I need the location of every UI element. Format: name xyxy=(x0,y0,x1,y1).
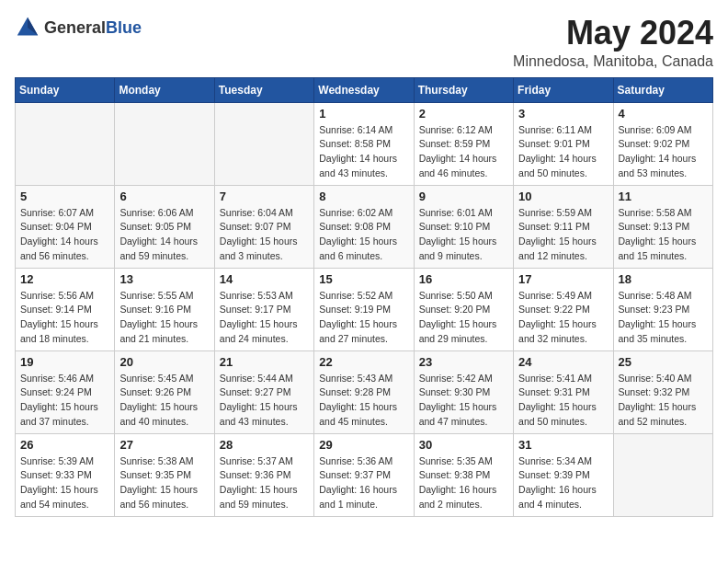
weekday-header: Thursday xyxy=(414,77,513,102)
page-header: General Blue May 2024 Minnedosa, Manitob… xyxy=(15,15,713,70)
weekday-header: Sunday xyxy=(16,77,115,102)
day-number: 2 xyxy=(419,107,508,121)
calendar-cell: 10Sunrise: 5:59 AM Sunset: 9:11 PM Dayli… xyxy=(514,185,613,268)
day-number: 10 xyxy=(518,190,608,203)
calendar-cell: 24Sunrise: 5:41 AM Sunset: 9:31 PM Dayli… xyxy=(514,350,613,433)
day-number: 13 xyxy=(119,272,209,286)
day-info: Sunrise: 6:06 AM Sunset: 9:05 PM Dayligh… xyxy=(119,206,209,264)
calendar-cell xyxy=(115,102,214,185)
day-info: Sunrise: 5:39 AM Sunset: 9:33 PM Dayligh… xyxy=(20,454,109,512)
day-info: Sunrise: 5:56 AM Sunset: 9:14 PM Dayligh… xyxy=(20,289,109,347)
day-info: Sunrise: 5:44 AM Sunset: 9:27 PM Dayligh… xyxy=(220,372,309,430)
calendar-cell: 1Sunrise: 6:14 AM Sunset: 8:58 PM Daylig… xyxy=(314,102,414,185)
calendar-cell xyxy=(214,102,313,185)
logo-text: General Blue xyxy=(44,18,142,38)
day-number: 1 xyxy=(319,107,408,121)
day-number: 29 xyxy=(319,438,408,452)
calendar-cell xyxy=(613,433,712,516)
calendar-cell: 20Sunrise: 5:45 AM Sunset: 9:26 PM Dayli… xyxy=(115,350,214,433)
calendar-cell: 6Sunrise: 6:06 AM Sunset: 9:05 PM Daylig… xyxy=(115,185,214,268)
calendar-week-row: 19Sunrise: 5:46 AM Sunset: 9:24 PM Dayli… xyxy=(16,350,713,433)
day-info: Sunrise: 5:52 AM Sunset: 9:19 PM Dayligh… xyxy=(319,289,408,347)
day-number: 26 xyxy=(20,438,109,452)
day-info: Sunrise: 5:46 AM Sunset: 9:24 PM Dayligh… xyxy=(20,372,109,430)
calendar-week-row: 1Sunrise: 6:14 AM Sunset: 8:58 PM Daylig… xyxy=(16,102,713,185)
day-info: Sunrise: 5:50 AM Sunset: 9:20 PM Dayligh… xyxy=(419,289,508,347)
logo: General Blue xyxy=(15,15,142,40)
day-number: 24 xyxy=(518,355,608,369)
day-number: 5 xyxy=(20,190,109,203)
calendar-cell: 18Sunrise: 5:48 AM Sunset: 9:23 PM Dayli… xyxy=(613,268,712,350)
day-info: Sunrise: 6:01 AM Sunset: 9:10 PM Dayligh… xyxy=(419,206,508,264)
logo-general: General xyxy=(44,18,106,38)
day-number: 27 xyxy=(119,438,209,452)
day-number: 6 xyxy=(119,190,209,203)
day-number: 16 xyxy=(419,272,508,286)
weekday-header: Tuesday xyxy=(214,77,313,102)
calendar-cell: 28Sunrise: 5:37 AM Sunset: 9:36 PM Dayli… xyxy=(214,433,313,516)
calendar-cell: 22Sunrise: 5:43 AM Sunset: 9:28 PM Dayli… xyxy=(314,350,414,433)
day-info: Sunrise: 6:07 AM Sunset: 9:04 PM Dayligh… xyxy=(20,206,109,264)
day-number: 12 xyxy=(20,272,109,286)
calendar-cell: 26Sunrise: 5:39 AM Sunset: 9:33 PM Dayli… xyxy=(16,433,115,516)
day-number: 15 xyxy=(319,272,408,286)
day-info: Sunrise: 5:48 AM Sunset: 9:23 PM Dayligh… xyxy=(619,289,708,347)
day-info: Sunrise: 6:02 AM Sunset: 9:08 PM Dayligh… xyxy=(319,206,408,264)
day-number: 11 xyxy=(619,190,708,203)
day-info: Sunrise: 5:35 AM Sunset: 9:38 PM Dayligh… xyxy=(419,454,508,512)
calendar-cell: 13Sunrise: 5:55 AM Sunset: 9:16 PM Dayli… xyxy=(115,268,214,350)
day-info: Sunrise: 6:12 AM Sunset: 8:59 PM Dayligh… xyxy=(419,123,508,181)
day-number: 17 xyxy=(518,272,608,286)
calendar-cell: 11Sunrise: 5:58 AM Sunset: 9:13 PM Dayli… xyxy=(613,185,712,268)
day-number: 23 xyxy=(419,355,508,369)
day-number: 7 xyxy=(220,190,309,203)
day-info: Sunrise: 5:45 AM Sunset: 9:26 PM Dayligh… xyxy=(119,372,209,430)
day-info: Sunrise: 5:55 AM Sunset: 9:16 PM Dayligh… xyxy=(119,289,209,347)
calendar-cell: 12Sunrise: 5:56 AM Sunset: 9:14 PM Dayli… xyxy=(16,268,115,350)
calendar-cell: 4Sunrise: 6:09 AM Sunset: 9:02 PM Daylig… xyxy=(613,102,712,185)
day-number: 9 xyxy=(419,190,508,203)
calendar-cell: 8Sunrise: 6:02 AM Sunset: 9:08 PM Daylig… xyxy=(314,185,414,268)
day-info: Sunrise: 5:40 AM Sunset: 9:32 PM Dayligh… xyxy=(619,372,708,430)
day-number: 4 xyxy=(619,107,708,121)
day-info: Sunrise: 6:11 AM Sunset: 9:01 PM Dayligh… xyxy=(518,123,608,181)
calendar-cell: 25Sunrise: 5:40 AM Sunset: 9:32 PM Dayli… xyxy=(613,350,712,433)
day-info: Sunrise: 5:38 AM Sunset: 9:35 PM Dayligh… xyxy=(119,454,209,512)
day-info: Sunrise: 5:43 AM Sunset: 9:28 PM Dayligh… xyxy=(319,372,408,430)
day-info: Sunrise: 5:41 AM Sunset: 9:31 PM Dayligh… xyxy=(518,372,608,430)
calendar-cell: 3Sunrise: 6:11 AM Sunset: 9:01 PM Daylig… xyxy=(514,102,613,185)
calendar-cell: 23Sunrise: 5:42 AM Sunset: 9:30 PM Dayli… xyxy=(414,350,513,433)
calendar-cell: 19Sunrise: 5:46 AM Sunset: 9:24 PM Dayli… xyxy=(16,350,115,433)
day-info: Sunrise: 5:58 AM Sunset: 9:13 PM Dayligh… xyxy=(619,206,708,264)
day-info: Sunrise: 6:09 AM Sunset: 9:02 PM Dayligh… xyxy=(619,123,708,181)
calendar-cell: 14Sunrise: 5:53 AM Sunset: 9:17 PM Dayli… xyxy=(214,268,313,350)
calendar-cell: 16Sunrise: 5:50 AM Sunset: 9:20 PM Dayli… xyxy=(414,268,513,350)
day-number: 19 xyxy=(20,355,109,369)
logo-blue: Blue xyxy=(106,18,142,38)
calendar-cell: 7Sunrise: 6:04 AM Sunset: 9:07 PM Daylig… xyxy=(214,185,313,268)
weekday-header: Friday xyxy=(514,77,613,102)
calendar-cell: 30Sunrise: 5:35 AM Sunset: 9:38 PM Dayli… xyxy=(414,433,513,516)
day-info: Sunrise: 5:34 AM Sunset: 9:39 PM Dayligh… xyxy=(518,454,608,512)
day-number: 31 xyxy=(518,438,608,452)
day-number: 30 xyxy=(419,438,508,452)
day-info: Sunrise: 5:37 AM Sunset: 9:36 PM Dayligh… xyxy=(220,454,309,512)
day-info: Sunrise: 5:36 AM Sunset: 9:37 PM Dayligh… xyxy=(319,454,408,512)
day-number: 18 xyxy=(619,272,708,286)
day-number: 3 xyxy=(518,107,608,121)
calendar-cell: 15Sunrise: 5:52 AM Sunset: 9:19 PM Dayli… xyxy=(314,268,414,350)
calendar-week-row: 26Sunrise: 5:39 AM Sunset: 9:33 PM Dayli… xyxy=(16,433,713,516)
day-number: 14 xyxy=(220,272,309,286)
day-number: 25 xyxy=(619,355,708,369)
title-section: May 2024 Minnedosa, Manitoba, Canada xyxy=(513,15,713,70)
weekday-header: Wednesday xyxy=(314,77,414,102)
location-title: Minnedosa, Manitoba, Canada xyxy=(513,53,713,70)
day-number: 22 xyxy=(319,355,408,369)
day-number: 21 xyxy=(220,355,309,369)
weekday-header: Saturday xyxy=(613,77,712,102)
calendar-table: SundayMondayTuesdayWednesdayThursdayFrid… xyxy=(15,77,713,517)
month-title: May 2024 xyxy=(513,15,713,52)
calendar-cell: 31Sunrise: 5:34 AM Sunset: 9:39 PM Dayli… xyxy=(514,433,613,516)
calendar-cell: 5Sunrise: 6:07 AM Sunset: 9:04 PM Daylig… xyxy=(16,185,115,268)
day-info: Sunrise: 5:49 AM Sunset: 9:22 PM Dayligh… xyxy=(518,289,608,347)
